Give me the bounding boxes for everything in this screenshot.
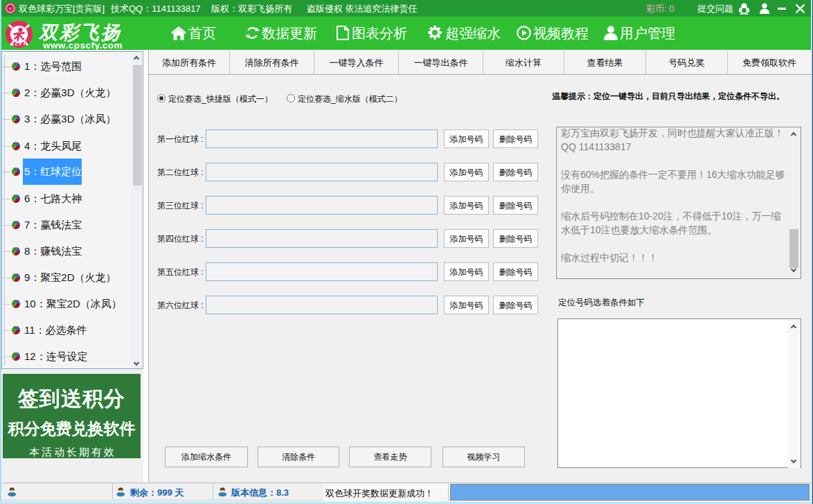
svg-text:SCFY: SCFY: [11, 42, 27, 46]
